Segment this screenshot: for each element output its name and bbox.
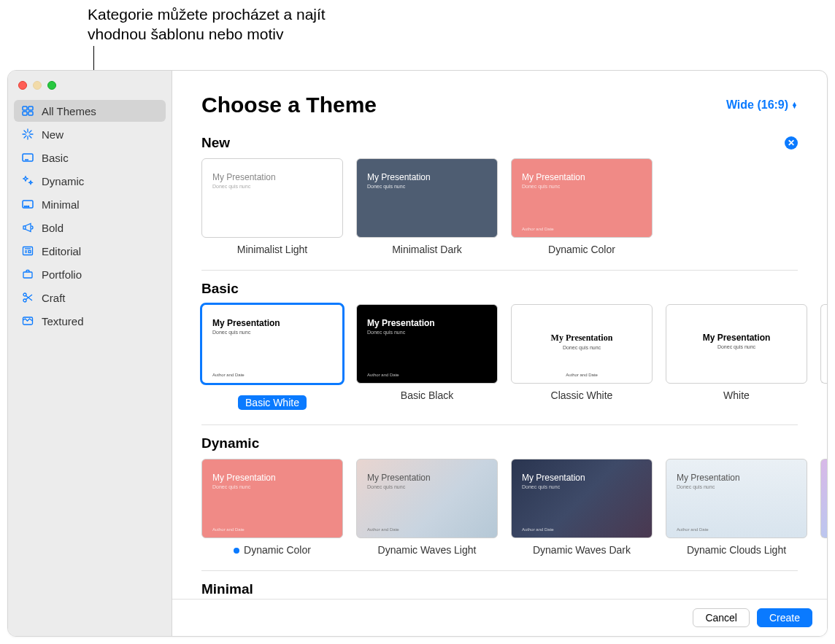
thumb-subtitle: Donec quis nunc: [212, 330, 332, 335]
theme-dynamic-waves-light[interactable]: My Presentation Donec quis nunc Author a…: [356, 459, 498, 556]
theme-row-dynamic: My Presentation Donec quis nunc Author a…: [201, 459, 798, 566]
sidebar-item-editorial[interactable]: Editorial: [14, 240, 166, 262]
theme-peek[interactable]: [820, 459, 827, 538]
theme-label: Minimalist Light: [201, 244, 343, 255]
thumb-title: My Presentation: [212, 318, 332, 328]
sidebar-item-label: Editorial: [42, 245, 81, 257]
grid-icon: [21, 104, 34, 117]
theme-row-basic: My Presentation Donec quis nunc Author a…: [201, 304, 798, 420]
thumb-title: My Presentation: [212, 172, 332, 182]
theme-dynamic-clouds-light[interactable]: My Presentation Donec quis nunc Author a…: [666, 459, 807, 556]
section-basic: Basic My Presentation Donec quis nunc Au…: [201, 281, 798, 425]
theme-dynamic-color[interactable]: My Presentation Donec quis nunc Author a…: [201, 459, 343, 556]
sidebar-item-minimal[interactable]: Minimal: [14, 193, 166, 215]
sidebar-item-label: All Themes: [42, 105, 96, 117]
thumb-subtitle: Donec quis nunc: [717, 344, 755, 349]
divider: [201, 270, 798, 271]
sidebar-item-dynamic[interactable]: Dynamic: [14, 170, 166, 192]
megaphone-icon: [21, 221, 34, 234]
theme-classic-white[interactable]: My Presentation Donec quis nunc Author a…: [511, 304, 653, 410]
section-title: Basic: [201, 281, 239, 297]
thumb-author: Author and Date: [212, 527, 332, 532]
window-controls: [8, 77, 172, 100]
sidebar-item-new[interactable]: New: [14, 123, 166, 145]
theme-label: Minimalist Dark: [356, 244, 498, 255]
svg-rect-14: [28, 251, 31, 253]
callout-annotation: Kategorie můžete procházet a najít vhodn…: [88, 4, 350, 44]
thumb-author: Author and Date: [367, 527, 487, 532]
theme-white[interactable]: My Presentation Donec quis nunc White: [666, 304, 807, 410]
minimize-window-button[interactable]: [33, 81, 42, 90]
aspect-ratio-label: Wide (16:9): [726, 98, 788, 112]
svg-point-7: [24, 206, 25, 206]
svg-rect-0: [23, 106, 27, 110]
thumb-subtitle: Donec quis nunc: [367, 184, 487, 189]
theme-label: Dynamic Color: [511, 244, 653, 255]
svg-rect-1: [28, 106, 33, 110]
sidebar: All Themes New Basic Dynamic: [8, 71, 172, 636]
theme-dynamic-waves-dark[interactable]: My Presentation Donec quis nunc Author a…: [511, 459, 653, 556]
theme-basic-black[interactable]: My Presentation Donec quis nunc Author a…: [356, 304, 498, 410]
thumb-author: Author and Date: [212, 373, 332, 377]
svg-rect-2: [23, 112, 27, 115]
fullscreen-window-button[interactable]: [47, 81, 56, 90]
theme-scroll-area[interactable]: New ✕ My Presentation Donec quis nunc Mi…: [172, 125, 827, 599]
thumb-title: My Presentation: [703, 333, 771, 343]
theme-minimalist-dark[interactable]: My Presentation Donec quis nunc Minimali…: [356, 158, 498, 255]
sidebar-item-portfolio[interactable]: Portfolio: [14, 263, 166, 285]
sidebar-item-textured[interactable]: Textured: [14, 310, 166, 332]
theme-label: Dynamic Clouds Light: [666, 544, 807, 556]
theme-label-selected: Basic White: [238, 395, 307, 410]
dismiss-new-badge[interactable]: ✕: [785, 136, 798, 150]
create-button[interactable]: Create: [757, 608, 812, 627]
thumb-subtitle: Donec quis nunc: [367, 330, 487, 335]
theme-dynamic-color-new[interactable]: My Presentation Donec quis nunc Author a…: [511, 158, 653, 255]
cancel-button[interactable]: Cancel: [693, 608, 750, 627]
thumb-subtitle: Donec quis nunc: [563, 345, 601, 350]
sidebar-item-label: Bold: [42, 222, 64, 234]
sidebar-item-basic[interactable]: Basic: [14, 147, 166, 168]
thumb-author: Author and Date: [522, 527, 642, 532]
thumb-title: My Presentation: [367, 318, 487, 328]
divider: [201, 570, 798, 571]
theme-peek[interactable]: [820, 304, 827, 384]
svg-rect-3: [28, 112, 33, 115]
sidebar-item-label: Textured: [42, 315, 84, 327]
theme-label: Basic Black: [356, 389, 498, 401]
svg-point-8: [26, 206, 27, 206]
theme-chooser-window: All Themes New Basic Dynamic: [7, 70, 828, 637]
sidebar-item-bold[interactable]: Bold: [14, 217, 166, 238]
section-title: New: [201, 135, 230, 151]
thumb-subtitle: Donec quis nunc: [677, 484, 796, 489]
thumb-subtitle: Donec quis nunc: [522, 184, 642, 189]
theme-row-new: My Presentation Donec quis nunc Minimali…: [201, 158, 798, 265]
svg-rect-15: [23, 272, 32, 278]
section-title: Minimal: [201, 581, 253, 597]
svg-point-9: [28, 206, 28, 206]
sidebar-item-label: Dynamic: [42, 175, 84, 187]
texture-icon: [21, 314, 34, 327]
theme-label: Dynamic Waves Dark: [511, 544, 653, 556]
thumb-subtitle: Donec quis nunc: [212, 184, 332, 189]
theme-label: White: [666, 389, 807, 401]
section-title: Dynamic: [201, 435, 259, 451]
thumb-author: Author and Date: [512, 373, 652, 377]
sidebar-item-craft[interactable]: Craft: [14, 287, 166, 309]
sidebar-item-label: Basic: [42, 152, 69, 164]
thumb-author: Author and Date: [677, 527, 796, 532]
dynamic-dot-icon: [234, 548, 239, 554]
sidebar-item-label: Portfolio: [42, 268, 82, 281]
thumb-title: My Presentation: [522, 172, 642, 182]
thumb-title: My Presentation: [212, 473, 332, 483]
scissors-icon: [21, 291, 34, 304]
aspect-ratio-picker[interactable]: Wide (16:9) ▲▼: [726, 98, 798, 112]
sidebar-item-all-themes[interactable]: All Themes: [14, 100, 166, 122]
theme-basic-white[interactable]: My Presentation Donec quis nunc Author a…: [201, 304, 343, 410]
theme-label: Dynamic Color: [201, 544, 343, 556]
main-header: Choose a Theme Wide (16:9) ▲▼: [172, 71, 827, 125]
close-window-button[interactable]: [18, 81, 27, 90]
theme-minimalist-light[interactable]: My Presentation Donec quis nunc Minimali…: [201, 158, 343, 255]
divider: [201, 424, 798, 425]
main-content: Choose a Theme Wide (16:9) ▲▼ New ✕ My: [172, 71, 827, 636]
briefcase-icon: [21, 268, 34, 281]
